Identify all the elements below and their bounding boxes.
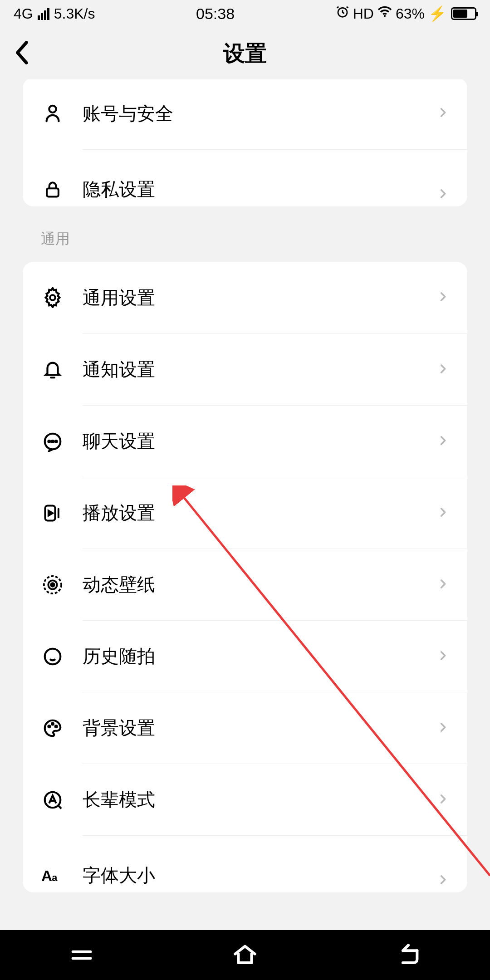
chevron-right-icon: [436, 578, 449, 592]
settings-item-label: 播放设置: [83, 500, 436, 525]
chevron-right-icon: [436, 873, 449, 888]
status-right: HD 63% ⚡: [336, 5, 476, 23]
settings-group-general: 通用设置 通知设置 聊天设置 播放设置 动态壁纸: [23, 262, 467, 892]
system-nav-bar: [0, 930, 490, 980]
svg-point-14: [48, 725, 50, 727]
settings-item-label: 长辈模式: [83, 787, 436, 812]
settings-item-chat[interactable]: 聊天设置: [83, 405, 467, 477]
signal-icon: [38, 8, 49, 20]
page-header: 设置: [0, 27, 490, 79]
svg-line-18: [58, 805, 62, 808]
svg-text:a: a: [52, 872, 58, 883]
settings-item-label: 通用设置: [83, 285, 436, 310]
settings-item-history[interactable]: 历史随拍: [83, 620, 467, 692]
clock: 05:38: [196, 5, 235, 23]
svg-rect-2: [47, 188, 59, 196]
settings-item-label: 隐私设置: [83, 177, 436, 202]
section-title-general: 通用: [0, 206, 490, 262]
svg-point-15: [52, 723, 54, 725]
history-icon: [40, 644, 65, 669]
svg-point-7: [55, 441, 57, 442]
settings-item-label: 历史随拍: [83, 644, 436, 669]
chevron-right-icon: [436, 506, 449, 520]
svg-point-3: [50, 295, 55, 300]
svg-point-16: [55, 725, 57, 727]
settings-item-general[interactable]: 通用设置: [23, 262, 467, 333]
alarm-icon: [336, 5, 349, 22]
palette-icon: [40, 715, 65, 741]
chevron-right-icon: [436, 721, 449, 735]
chevron-right-icon: [436, 649, 449, 664]
back-nav-button[interactable]: [395, 942, 421, 968]
settings-item-account[interactable]: 账号与安全: [23, 78, 467, 149]
back-button[interactable]: [14, 40, 29, 67]
page-title: 设置: [223, 39, 267, 68]
svg-point-6: [52, 441, 54, 442]
dynamic-wallpaper-icon: [40, 572, 65, 598]
settings-item-label: 通知设置: [83, 357, 436, 382]
settings-item-elder-mode[interactable]: 长辈模式: [83, 764, 467, 835]
battery-pct: 63%: [396, 5, 425, 22]
font-size-icon: Aa: [40, 862, 65, 888]
chevron-right-icon: [436, 106, 449, 121]
chevron-right-icon: [436, 363, 449, 377]
settings-item-background[interactable]: 背景设置: [83, 692, 467, 764]
chevron-right-icon: [436, 187, 449, 202]
network-label: 4G: [14, 5, 33, 22]
settings-item-playback[interactable]: 播放设置: [83, 477, 467, 549]
settings-item-label: 账号与安全: [83, 101, 436, 126]
settings-item-label: 动态壁纸: [83, 572, 436, 597]
home-button[interactable]: [232, 942, 258, 968]
settings-item-label: 背景设置: [83, 715, 436, 740]
chevron-right-icon: [436, 793, 449, 807]
user-icon: [40, 101, 65, 126]
battery-icon: [451, 7, 476, 20]
wifi-icon: [377, 5, 392, 23]
status-bar: 4G 5.3K/s 05:38 HD 63% ⚡: [0, 0, 490, 27]
recent-apps-button[interactable]: [69, 942, 95, 968]
svg-marker-9: [49, 510, 53, 515]
svg-point-12: [51, 583, 54, 587]
svg-text:A: A: [41, 867, 52, 884]
settings-item-notifications[interactable]: 通知设置: [83, 333, 467, 405]
gear-icon: [40, 285, 65, 310]
svg-point-1: [49, 106, 56, 113]
settings-item-label: 聊天设置: [83, 429, 436, 454]
bell-icon: [40, 357, 65, 382]
lock-icon: [40, 176, 65, 202]
settings-item-label: 字体大小: [83, 863, 436, 888]
chevron-right-icon: [436, 434, 449, 449]
settings-item-wallpaper[interactable]: 动态壁纸: [83, 549, 467, 620]
status-left: 4G 5.3K/s: [14, 5, 95, 22]
settings-group-account: 账号与安全 隐私设置: [23, 78, 467, 206]
settings-item-privacy[interactable]: 隐私设置: [83, 149, 467, 206]
hd-label: HD: [353, 5, 374, 22]
chevron-right-icon: [436, 290, 449, 305]
svg-point-13: [45, 648, 61, 664]
charging-icon: ⚡: [428, 5, 446, 22]
chat-icon: [40, 429, 65, 454]
a-circle-icon: [40, 787, 65, 813]
play-icon: [40, 500, 65, 526]
settings-item-font-size[interactable]: Aa 字体大小: [83, 835, 467, 892]
speed-label: 5.3K/s: [54, 5, 95, 22]
svg-point-5: [48, 441, 50, 442]
